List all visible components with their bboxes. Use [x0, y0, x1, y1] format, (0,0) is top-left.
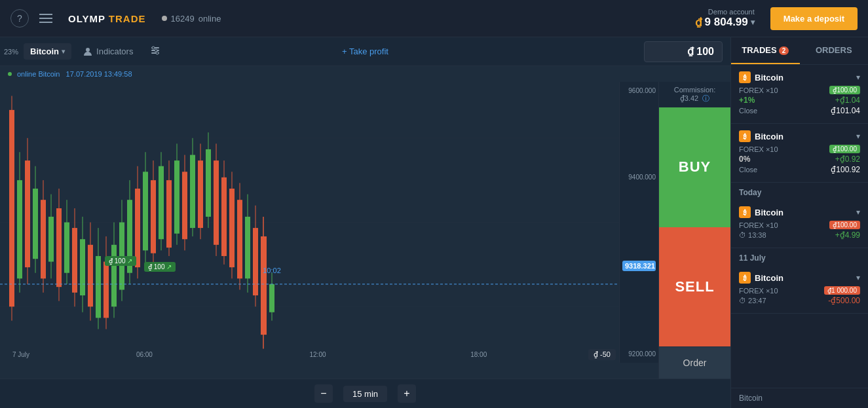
- section-today: Today: [731, 183, 868, 200]
- svg-rect-78: [269, 284, 274, 312]
- forex-label: FOREX ×10: [739, 221, 778, 229]
- online-count: 16249: [171, 14, 195, 24]
- demo-label: Demo account: [708, 8, 755, 16]
- svg-rect-64: [214, 160, 219, 245]
- svg-rect-44: [135, 189, 140, 267]
- svg-point-0: [86, 48, 90, 52]
- logo: OLYMP TRADE: [68, 13, 146, 24]
- online-info-bar: online Bitcoin 17.07.2019 13:49:58: [0, 66, 730, 82]
- svg-rect-32: [88, 245, 93, 306]
- order-button[interactable]: Order: [659, 346, 730, 379]
- svg-rect-18: [33, 189, 38, 259]
- chevron-down-icon: ▾: [751, 18, 755, 27]
- price-label-bottom: 9200.000: [622, 350, 656, 358]
- percent-badge: 23%: [0, 37, 22, 65]
- svg-rect-22: [48, 217, 54, 262]
- trades-badge: 2: [779, 46, 789, 55]
- sell-button[interactable]: SELL: [659, 227, 730, 347]
- take-profit-button[interactable]: + Take profit: [342, 46, 388, 56]
- svg-rect-66: [221, 177, 227, 256]
- zoom-out-button[interactable]: −: [314, 384, 333, 403]
- trade-card-today: ₿ Bitcoin ▾ FOREX ×10 ₫100.00 ⏱ 13:38 +₫…: [731, 200, 868, 248]
- close-label: Close: [739, 166, 757, 174]
- trade-card-july: ₿ Bitcoin ▾ FOREX ×10 ₫1 000.00 ⏱ 23:47 …: [731, 265, 868, 314]
- svg-rect-30: [80, 239, 85, 295]
- indicators-label: Indicators: [96, 46, 133, 56]
- trade-menu-arrow[interactable]: ▾: [856, 132, 860, 141]
- buy-button[interactable]: BUY: [659, 107, 730, 227]
- svg-rect-16: [25, 160, 30, 267]
- trade-profit: +₫0.92: [835, 155, 860, 164]
- trade-amount-badge: ₫1 000.00: [824, 286, 860, 295]
- forex-label: FOREX ×10: [739, 86, 778, 94]
- trade-amount-badge: ₫100.00: [829, 221, 860, 229]
- asset-selector[interactable]: Bitcoin ▾: [24, 43, 71, 60]
- bitcoin-icon: ₿: [739, 130, 751, 142]
- deposit-button[interactable]: Make a deposit: [770, 7, 858, 30]
- trade-menu-arrow[interactable]: ▾: [856, 273, 860, 282]
- svg-rect-14: [17, 180, 22, 278]
- take-profit-label: + Take profit: [342, 46, 388, 56]
- price-scale: 9600.000 9400.000 9318.321 9200.000: [619, 82, 658, 363]
- chart-canvas: .grid-line { stroke: #243040; stroke-wid…: [0, 82, 658, 379]
- live-indicator: [8, 72, 12, 76]
- trade-time: ⏱ 23:47: [739, 297, 766, 305]
- close-label: Close: [739, 107, 757, 115]
- close-value: ₫101.04: [831, 106, 860, 115]
- svg-rect-76: [261, 236, 267, 335]
- price-label-mid: 9400.000: [622, 174, 656, 181]
- chart-toolbar: 23% Bitcoin ▾ Indicators +: [0, 37, 730, 66]
- currency-symbol: ₫: [695, 16, 702, 29]
- svg-rect-26: [64, 223, 69, 273]
- section-july: 11 July: [731, 248, 868, 265]
- trade-asset: ₿ Bitcoin: [739, 272, 783, 284]
- trade-card: ₿ Bitcoin ▾ FOREX ×10 ₫100.00 0% +₫0.92 …: [731, 124, 868, 183]
- chart-body: .grid-line { stroke: #243040; stroke-wid…: [0, 82, 730, 379]
- menu-button[interactable]: [39, 9, 58, 28]
- tab-orders[interactable]: ORDERS: [800, 37, 869, 64]
- svg-rect-28: [72, 228, 77, 293]
- svg-rect-62: [206, 149, 211, 217]
- help-button[interactable]: ?: [10, 9, 29, 28]
- trade-profit: +₫1.04: [835, 96, 860, 105]
- trade-menu-arrow[interactable]: ▾: [856, 208, 860, 217]
- demo-balance: ₫ 9 804.99 ▾: [695, 16, 755, 29]
- svg-text:10:02: 10:02: [263, 267, 281, 274]
- svg-text:12:00: 12:00: [310, 351, 326, 358]
- chart-bottom-badge: ₫ -50: [588, 349, 616, 360]
- online-indicator: [162, 16, 167, 21]
- timeframe-button[interactable]: 15 min: [343, 386, 387, 402]
- trade-amount-badge: ₫100.00: [829, 86, 860, 94]
- svg-rect-54: [174, 160, 179, 234]
- svg-rect-34: [96, 256, 101, 318]
- candlestick-chart: .grid-line { stroke: #243040; stroke-wid…: [0, 82, 619, 363]
- chart-settings-button[interactable]: [145, 42, 166, 62]
- trade-menu-arrow[interactable]: ▾: [856, 73, 860, 82]
- svg-rect-48: [151, 180, 156, 253]
- trade-time: ⏱ 13:38: [739, 231, 766, 239]
- trade-asset: ₿ Bitcoin: [739, 71, 783, 83]
- svg-rect-46: [143, 172, 148, 250]
- svg-text:7 July: 7 July: [12, 351, 29, 358]
- svg-rect-68: [229, 189, 235, 267]
- tab-trades[interactable]: TRADES2: [731, 37, 800, 64]
- order-panel: Commission: ₫3.42 ⓘ BUY SELL Order: [658, 82, 730, 379]
- trade-loss: -₫500.00: [828, 296, 860, 305]
- trade-amount-badge: ₫100.00: [829, 145, 860, 153]
- trade-card: ₿ Bitcoin ▾ FOREX ×10 ₫100.00 +1% +₫1.04…: [731, 65, 868, 124]
- amount-input[interactable]: [644, 41, 723, 62]
- svg-rect-58: [190, 155, 195, 229]
- svg-rect-12: [9, 110, 14, 306]
- svg-point-6: [156, 52, 159, 54]
- bitcoin-icon: ₿: [739, 71, 751, 83]
- demo-account[interactable]: Demo account ₫ 9 804.99 ▾: [695, 8, 755, 29]
- right-panel: TRADES2 ORDERS ₿ Bitcoin ▾ FOREX ×10: [730, 37, 868, 408]
- svg-rect-74: [253, 228, 258, 295]
- main-layout: 23% Bitcoin ▾ Indicators +: [0, 37, 868, 408]
- forex-label: FOREX ×10: [739, 145, 778, 153]
- svg-rect-60: [198, 160, 203, 228]
- indicators-button[interactable]: Indicators: [78, 43, 138, 60]
- svg-point-5: [155, 49, 157, 52]
- zoom-in-button[interactable]: +: [398, 384, 416, 403]
- balance-value: 9 804.99: [705, 16, 748, 29]
